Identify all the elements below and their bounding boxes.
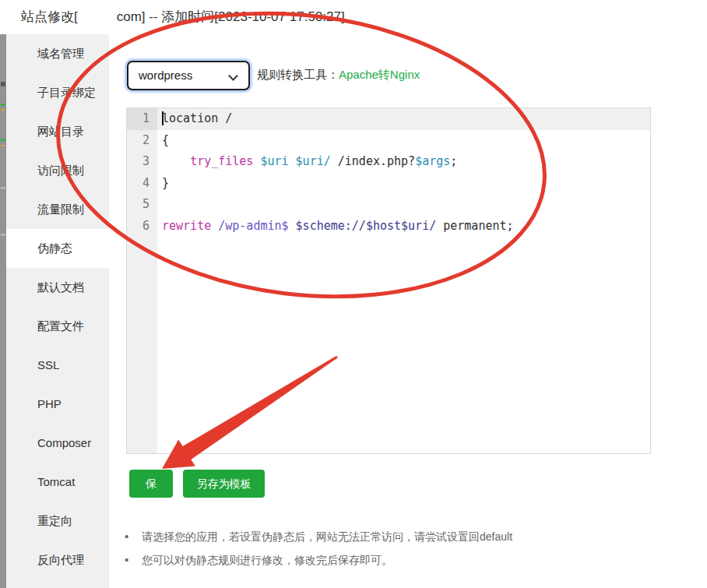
code-token <box>289 219 296 233</box>
sidebar-item-subdir[interactable]: 子目录绑定 <box>6 73 109 112</box>
code-token: $uri/ <box>296 154 331 168</box>
converter-label-text: 规则转换工具： <box>257 68 339 81</box>
dialog-title-prefix: 站点修改[ <box>21 9 78 24</box>
sidebar-item-proxy[interactable]: 反向代理 <box>6 540 109 579</box>
notes-list: •请选择您的应用，若设置伪静态后，网站无法正常访问，请尝试设置回default•… <box>125 525 512 572</box>
code-token: permanent; <box>436 219 513 233</box>
sidebar-item-domain[interactable]: 域名管理 <box>6 34 109 73</box>
sidebar-item-tomcat[interactable]: Tomcat <box>6 463 109 502</box>
sidebar-item-composer[interactable]: Composer <box>6 424 109 463</box>
apache-to-nginx-link[interactable]: Apache转Nginx <box>339 68 420 81</box>
note-text: 请选择您的应用，若设置伪静态后，网站无法正常访问，请尝试设置回default <box>142 530 512 543</box>
line-number: 4 <box>127 173 157 195</box>
editor-line: 1location / <box>127 108 650 130</box>
code-token: try_files <box>190 154 253 168</box>
code-token: /wp-admin$ <box>218 219 288 233</box>
bullet-icon: • <box>125 525 128 548</box>
sidebar-item-defaultdoc[interactable]: 默认文档 <box>6 268 109 307</box>
code-token <box>162 154 190 168</box>
editor-line: 6rewrite /wp-admin$ $scheme://$host$uri/… <box>127 216 650 238</box>
line-code: rewrite /wp-admin$ $scheme://$host$uri/ … <box>157 216 650 238</box>
sidebar-item-rewrite[interactable]: 伪静态 <box>6 229 109 268</box>
line-code: try_files $uri $uri/ /index.php?$args; <box>157 151 650 173</box>
backdrop-fragment <box>1 139 5 141</box>
code-token: $uri <box>260 154 288 168</box>
dialog-title-suffix: com] -- 添加时间[2023-10-07 17:50:27] <box>117 9 345 24</box>
code-token: /index.php? <box>331 154 415 168</box>
line-code: location / <box>157 108 650 130</box>
line-code: { <box>157 130 650 152</box>
save-as-template-button[interactable]: 另存为模板 <box>183 470 265 498</box>
backdrop-fragment <box>1 234 5 236</box>
app-select-value: wordpress <box>139 69 192 82</box>
page-backdrop-strip <box>0 34 6 588</box>
dialog-title: 站点修改[com] -- 添加时间[2023-10-07 17:50:27] <box>21 0 345 34</box>
sidebar-item-traffic[interactable]: 流量限制 <box>6 190 109 229</box>
line-number: 1 <box>127 108 157 130</box>
line-code: } <box>157 173 650 195</box>
code-token: } <box>162 176 169 190</box>
code-token: location / <box>162 111 232 125</box>
sidebar-item-ssl[interactable]: SSL <box>6 346 109 385</box>
note-item: •请选择您的应用，若设置伪静态后，网站无法正常访问，请尝试设置回default <box>125 525 512 548</box>
code-token: { <box>162 133 169 147</box>
backdrop-fragment <box>1 187 5 189</box>
dialog-title-bar: 站点修改[com] -- 添加时间[2023-10-07 17:50:27] <box>6 0 707 34</box>
code-token <box>211 219 218 233</box>
editor-line: 4} <box>127 173 650 195</box>
note-item: •您可以对伪静态规则进行修改，修改完后保存即可。 <box>125 548 512 572</box>
editor-line: 2{ <box>127 130 650 152</box>
backdrop-fragment <box>1 109 5 111</box>
app-select[interactable]: wordpress <box>127 61 250 90</box>
note-text: 您可以对伪静态规则进行修改，修改完后保存即可。 <box>142 554 392 566</box>
code-token: rewrite <box>162 219 211 233</box>
code-token: $scheme://$host$uri/ <box>296 219 437 233</box>
bullet-icon: • <box>125 548 128 572</box>
sidebar-item-redirect[interactable]: 重定向 <box>6 502 109 540</box>
line-code <box>157 194 650 216</box>
backdrop-fragment <box>1 145 5 146</box>
sidebar-item-php[interactable]: PHP <box>6 385 109 424</box>
save-button[interactable]: 保存 <box>129 470 173 498</box>
sidebar-item-sitedir[interactable]: 网站目录 <box>6 112 109 151</box>
editor-line: 5 <box>127 194 650 216</box>
backdrop-fragment <box>1 104 5 106</box>
line-number: 2 <box>127 130 157 152</box>
editor-line: 3 try_files $uri $uri/ /index.php?$args; <box>127 151 650 173</box>
line-number: 5 <box>127 194 157 216</box>
code-token: ; <box>450 154 457 168</box>
code-token: $args <box>415 154 450 168</box>
rewrite-rule-editor[interactable]: 1location /2{3 try_files $uri $uri/ /ind… <box>126 107 651 454</box>
line-number: 3 <box>127 151 157 173</box>
converter-label: 规则转换工具：Apache转Nginx <box>257 68 420 83</box>
chevron-down-icon <box>228 71 238 81</box>
rewrite-panel: wordpress 规则转换工具：Apache转Nginx 1location … <box>109 34 707 588</box>
dialog-sidebar: 域名管理子目录绑定网站目录访问限制流量限制伪静态默认文档配置文件SSLPHPCo… <box>6 34 109 588</box>
sidebar-item-config[interactable]: 配置文件 <box>6 307 109 346</box>
sidebar-item-access[interactable]: 访问限制 <box>6 151 109 190</box>
code-token <box>289 154 296 168</box>
line-number: 6 <box>127 216 157 238</box>
backdrop-fragment <box>1 82 5 86</box>
